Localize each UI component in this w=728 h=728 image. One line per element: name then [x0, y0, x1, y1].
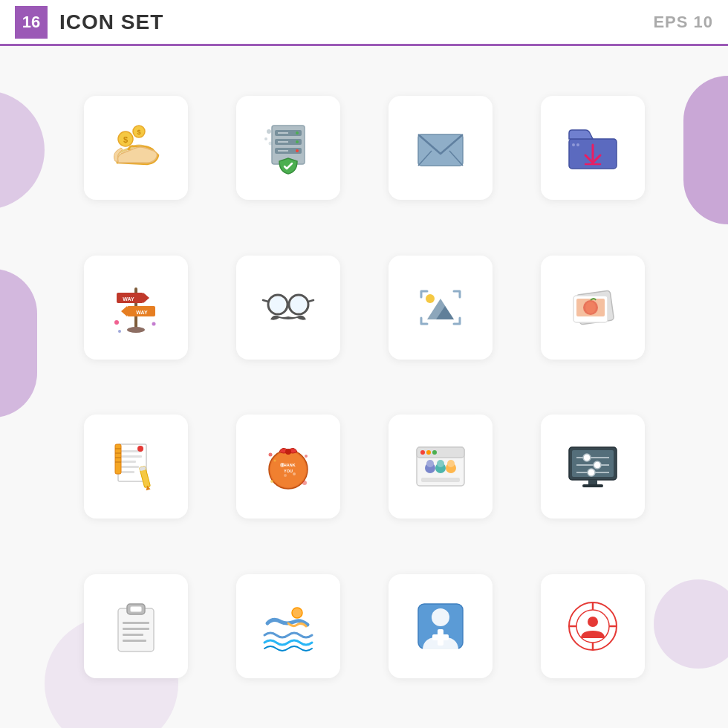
- icon-box-thank-you[interactable]: THANK YOU: [236, 415, 340, 519]
- svg-point-78: [273, 460, 276, 462]
- icon-cell-mustache: [212, 228, 364, 388]
- svg-point-21: [572, 143, 575, 146]
- icon-box-security-server[interactable]: [236, 96, 340, 200]
- svg-point-34: [152, 322, 155, 325]
- email-icon: [411, 118, 470, 178]
- icon-cell-thank-you: THANK YOU: [212, 387, 364, 547]
- icon-box-swimming[interactable]: [236, 574, 340, 678]
- svg-point-100: [588, 469, 595, 476]
- svg-point-64: [137, 446, 143, 452]
- svg-text:$: $: [123, 135, 127, 144]
- security-server-icon: [259, 118, 318, 178]
- svg-point-119: [588, 617, 598, 627]
- svg-point-96: [583, 454, 591, 461]
- icon-box-email[interactable]: [389, 96, 493, 200]
- folder-download-icon: [563, 118, 623, 178]
- thank-you-icon: THANK YOU: [259, 437, 318, 496]
- svg-point-87: [437, 460, 444, 467]
- icon-cell-target-user: [516, 547, 669, 706]
- icon-grid: $ $: [59, 68, 669, 706]
- icon-box-photo-cards[interactable]: [541, 256, 645, 360]
- icon-box-mustache[interactable]: [236, 256, 340, 360]
- svg-point-68: [293, 472, 296, 475]
- svg-point-35: [118, 330, 121, 333]
- svg-point-82: [426, 450, 431, 455]
- svg-point-32: [127, 327, 145, 333]
- svg-point-49: [585, 302, 596, 313]
- svg-rect-103: [130, 606, 142, 612]
- icon-box-image[interactable]: [389, 256, 493, 360]
- icon-box-clipboard[interactable]: [84, 574, 188, 678]
- svg-text:WAY: WAY: [136, 310, 148, 315]
- svg-point-98: [594, 461, 601, 469]
- svg-text:$: $: [137, 129, 140, 136]
- svg-rect-107: [123, 640, 146, 642]
- icon-box-team-website[interactable]: [389, 415, 493, 519]
- svg-point-15: [264, 137, 267, 140]
- svg-point-110: [432, 608, 449, 626]
- svg-point-108: [292, 608, 302, 618]
- icon-cell-photo-cards: [516, 228, 669, 388]
- deco-left-top: [0, 91, 45, 209]
- document-edit-icon: [106, 437, 166, 496]
- svg-text:THANK: THANK: [281, 463, 295, 467]
- icon-cell-signpost: WAY WAY: [59, 228, 212, 388]
- icon-box-add-user[interactable]: [389, 574, 493, 678]
- header-number: 16: [15, 6, 48, 39]
- icon-box-hand-money[interactable]: $ $: [84, 96, 188, 200]
- svg-rect-105: [123, 628, 149, 630]
- svg-rect-90: [421, 478, 460, 482]
- svg-point-40: [270, 296, 286, 313]
- add-user-icon: [411, 597, 470, 656]
- icon-cell-folder-download: [516, 68, 669, 228]
- header: 16 ICON SET EPS 10: [0, 0, 728, 46]
- svg-rect-54: [121, 466, 139, 468]
- svg-point-83: [432, 450, 437, 455]
- svg-marker-30: [121, 306, 127, 316]
- svg-point-41: [290, 296, 307, 313]
- svg-point-44: [426, 294, 435, 303]
- hand-money-icon: $ $: [106, 118, 166, 178]
- icon-box-display-settings[interactable]: [541, 415, 645, 519]
- team-website-icon: [411, 437, 470, 496]
- icon-cell-display-settings: [516, 387, 669, 547]
- image-landscape-icon: [411, 278, 470, 337]
- icon-cell-security-server: [212, 68, 364, 228]
- svg-text:WAY: WAY: [123, 296, 134, 302]
- icon-box-folder-download[interactable]: [541, 96, 645, 200]
- svg-text:YOU: YOU: [284, 469, 293, 473]
- svg-point-81: [420, 450, 425, 455]
- icon-cell-email: [364, 68, 516, 228]
- svg-rect-94: [582, 484, 603, 487]
- icon-cell-team-website: [364, 387, 516, 547]
- icon-box-signpost[interactable]: WAY WAY: [84, 256, 188, 360]
- svg-point-85: [426, 460, 434, 467]
- icon-box-target-user[interactable]: [541, 574, 645, 678]
- svg-marker-27: [143, 293, 149, 303]
- svg-rect-104: [123, 622, 149, 624]
- svg-line-39: [308, 300, 313, 302]
- svg-point-11: [296, 131, 299, 134]
- icon-cell-add-user: [364, 547, 516, 706]
- clipboard-icon: [106, 597, 166, 656]
- header-eps: EPS 10: [653, 13, 713, 32]
- svg-point-69: [284, 474, 287, 477]
- photo-cards-icon: [563, 278, 623, 337]
- svg-rect-106: [123, 634, 143, 636]
- mustache-glasses-icon: [259, 278, 318, 337]
- svg-point-89: [447, 460, 455, 467]
- icon-cell-image: [364, 228, 516, 388]
- svg-rect-112: [432, 634, 449, 640]
- icon-cell-hand-money: $ $: [59, 68, 212, 228]
- svg-point-12: [296, 140, 299, 143]
- signpost-icon: WAY WAY: [106, 278, 166, 337]
- icon-box-document-edit[interactable]: [84, 415, 188, 519]
- svg-point-75: [305, 455, 308, 458]
- header-title: ICON SET: [59, 10, 163, 34]
- svg-point-74: [268, 453, 272, 457]
- svg-point-16: [268, 142, 272, 146]
- svg-rect-52: [121, 455, 142, 458]
- svg-rect-93: [588, 480, 597, 484]
- svg-point-22: [576, 143, 579, 146]
- svg-rect-53: [121, 461, 136, 463]
